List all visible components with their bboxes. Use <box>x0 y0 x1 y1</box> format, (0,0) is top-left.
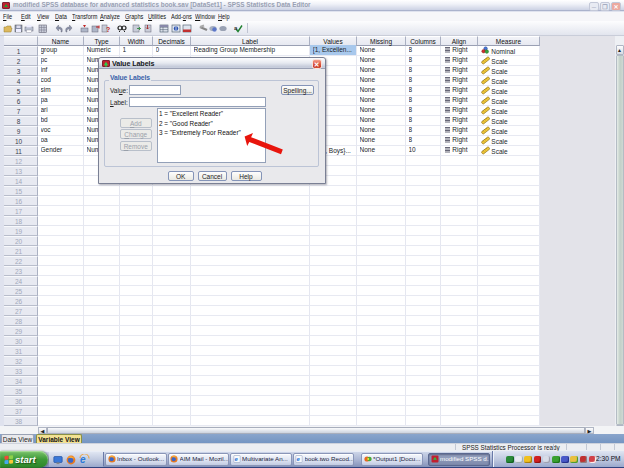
svg-text:?: ? <box>106 26 110 33</box>
